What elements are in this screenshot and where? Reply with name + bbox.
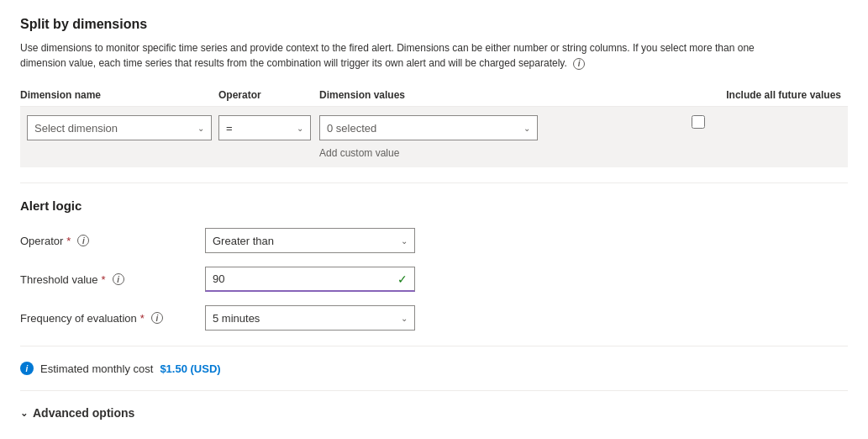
- dimension-name-cell: Select dimension ⌄: [20, 107, 218, 168]
- threshold-label: Threshold value * i: [20, 273, 205, 286]
- advanced-divider: [20, 390, 848, 391]
- advanced-options-label: Advanced options: [33, 406, 134, 420]
- select-dimension-dropdown[interactable]: Select dimension ⌄: [27, 115, 212, 140]
- dimensions-table: Dimension name Operator Dimension values…: [20, 84, 848, 167]
- info-icon-frequency[interactable]: i: [151, 312, 163, 324]
- threshold-row: Threshold value * i 90 ✓: [20, 267, 848, 292]
- chevron-down-icon: ⌄: [197, 124, 204, 133]
- section-title: Split by dimensions: [20, 17, 848, 32]
- advanced-options-toggle[interactable]: ⌄ Advanced options: [20, 406, 848, 420]
- frequency-row: Frequency of evaluation * i 5 minutes ⌄: [20, 305, 848, 331]
- th-dimension-values: Dimension values: [319, 84, 555, 107]
- add-custom-value-link[interactable]: Add custom value: [319, 144, 548, 159]
- frequency-dropdown[interactable]: 5 minutes ⌄: [205, 305, 415, 331]
- cost-divider: [20, 346, 848, 346]
- cost-estimate-text: Estimated monthly cost: [40, 362, 153, 375]
- frequency-label: Frequency of evaluation * i: [20, 312, 205, 325]
- chevron-down-icon: ⌄: [523, 124, 530, 133]
- cost-estimate-value[interactable]: $1.50 (USD): [160, 362, 220, 375]
- dimension-values-dropdown[interactable]: 0 selected ⌄: [319, 115, 538, 140]
- alert-logic-section: Alert logic Operator * i Greater than ⌄ …: [20, 198, 848, 331]
- info-icon-threshold[interactable]: i: [113, 273, 124, 285]
- operator-label: Operator * i: [20, 235, 205, 247]
- threshold-input[interactable]: 90 ✓: [205, 267, 415, 292]
- info-icon-dimensions[interactable]: i: [573, 58, 585, 70]
- split-by-dimensions-section: Split by dimensions Use dimensions to mo…: [20, 17, 848, 167]
- chevron-down-icon: ⌄: [401, 236, 408, 246]
- threshold-required-star: *: [102, 273, 106, 286]
- operator-row: Operator * i Greater than ⌄: [20, 228, 848, 253]
- section-divider: [20, 182, 848, 183]
- frequency-required-star: *: [140, 312, 145, 325]
- operator-cell: = ⌄: [218, 107, 319, 168]
- info-circle-blue-icon: i: [20, 362, 34, 375]
- operator-required-star: *: [66, 235, 71, 247]
- include-all-future-values-checkbox[interactable]: [692, 115, 705, 129]
- alert-logic-title: Alert logic: [20, 198, 848, 213]
- chevron-down-icon: ⌄: [401, 314, 408, 323]
- info-icon-operator[interactable]: i: [77, 235, 89, 246]
- cost-estimate-row: i Estimated monthly cost $1.50 (USD): [20, 362, 848, 375]
- operator-dropdown[interactable]: Greater than ⌄: [205, 228, 415, 253]
- include-all-checkbox-cell: [555, 107, 848, 137]
- th-dimension-name: Dimension name: [20, 84, 218, 107]
- info-text: Use dimensions to monitor specific time …: [20, 40, 793, 71]
- dimension-row: Select dimension ⌄ = ⌄ 0 selected ⌄ Add: [20, 107, 848, 168]
- check-icon: ✓: [397, 272, 408, 286]
- operator-dropdown[interactable]: = ⌄: [218, 115, 311, 140]
- chevron-down-icon: ⌄: [20, 408, 28, 419]
- th-operator: Operator: [218, 84, 319, 107]
- th-include-all: Include all future values: [555, 84, 848, 107]
- dimension-values-cell: 0 selected ⌄ Add custom value: [319, 107, 555, 168]
- chevron-down-icon: ⌄: [297, 124, 303, 133]
